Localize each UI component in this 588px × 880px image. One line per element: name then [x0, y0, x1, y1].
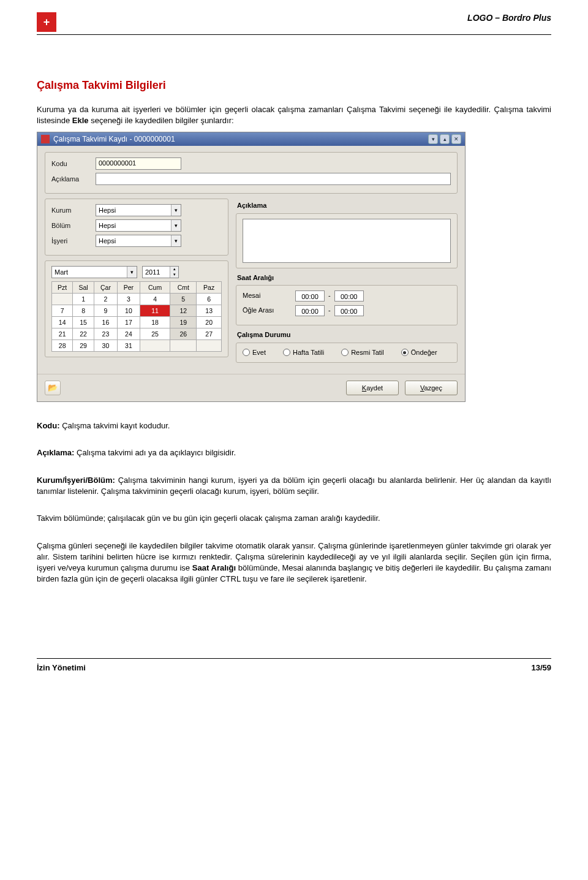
calendar-cell[interactable]: 3	[118, 294, 140, 305]
calendar-day-header: Cmt	[170, 282, 197, 294]
footer-left: İzin Yönetimi	[37, 662, 86, 673]
calendar-cell[interactable]: 26	[170, 328, 197, 340]
logo-icon: +	[37, 12, 56, 32]
radio-icon	[401, 349, 409, 356]
page-header: + LOGO – Bordro Plus	[37, 12, 551, 35]
right-aciklama-textarea[interactable]	[243, 219, 451, 263]
def-aciklama-text: Çalışma takvimi adı ya da açıklayıcı bil…	[74, 448, 236, 457]
def-kodu-label: Kodu:	[37, 421, 60, 430]
kodu-input[interactable]: 0000000001	[96, 157, 181, 170]
window-titlebar[interactable]: Çalışma Takvimi Kaydı - 0000000001 ▾ ▴ ✕	[37, 132, 465, 146]
ogle-start-input[interactable]: 00:00	[295, 305, 325, 316]
ogle-label: Öğle Arası	[243, 306, 292, 315]
calendar-cell[interactable]: 15	[73, 317, 94, 328]
kurum-label: Kurum	[51, 206, 91, 215]
para-last-bold: Saat Aralığı	[192, 563, 236, 572]
spin-down-icon[interactable]: ▾	[170, 272, 178, 278]
calendar-cell[interactable]: 20	[197, 317, 222, 328]
chevron-down-icon[interactable]: ▾	[127, 267, 137, 278]
calendar-cell[interactable]: 14	[52, 317, 73, 328]
calendar-cell[interactable]: 11	[140, 305, 170, 317]
calendar-cell[interactable]: 18	[140, 317, 170, 328]
mesai-start-input[interactable]: 00:00	[295, 290, 325, 302]
aciklama-input[interactable]	[96, 173, 451, 185]
calendar-cell[interactable]: 7	[52, 305, 73, 317]
calendar-day-header: Per	[118, 282, 140, 294]
save-button[interactable]: Kaydet	[346, 381, 399, 395]
calendar-cell[interactable]: 19	[170, 317, 197, 328]
calendar-cell[interactable]: 13	[197, 305, 222, 317]
section-title: Çalışma Takvimi Bilgileri	[37, 78, 551, 93]
calendar-cell	[52, 294, 73, 305]
calendar-cell[interactable]: 31	[118, 340, 140, 352]
open-icon[interactable]: 📂	[45, 381, 61, 395]
minimize-button[interactable]: ▾	[428, 134, 438, 144]
calendar-cell[interactable]: 2	[94, 294, 117, 305]
intro-tail: seçeneği ile kaydedilen bilgiler şunlard…	[89, 116, 234, 125]
calendar-cell[interactable]: 27	[197, 328, 222, 340]
radio-hafta-tatili[interactable]: Hafta Tatili	[283, 348, 324, 357]
calendar-day-header: Cum	[140, 282, 170, 294]
window-app-icon	[41, 135, 50, 143]
header-group: Kodu 0000000001 Açıklama	[45, 152, 458, 194]
radio-label: Hafta Tatili	[293, 348, 324, 357]
calendar-cell[interactable]: 1	[73, 294, 94, 305]
radio-icon	[243, 349, 250, 356]
chevron-down-icon[interactable]: ▾	[171, 220, 181, 231]
close-button[interactable]: ✕	[451, 134, 461, 144]
month-value: Mart	[52, 268, 127, 277]
window-title: Çalışma Takvimi Kaydı - 0000000001	[53, 134, 175, 145]
ogle-end-input[interactable]: 00:00	[334, 305, 364, 316]
bolum-select[interactable]: Hepsi ▾	[96, 219, 181, 232]
radio-ondeger[interactable]: Öndeğer	[401, 348, 437, 357]
app-window: Çalışma Takvimi Kaydı - 0000000001 ▾ ▴ ✕…	[37, 132, 466, 402]
maximize-button[interactable]: ▴	[440, 134, 450, 144]
chevron-down-icon[interactable]: ▾	[171, 235, 181, 246]
calendar-cell[interactable]: 21	[52, 328, 73, 340]
month-select[interactable]: Mart ▾	[51, 266, 137, 278]
calendar-cell[interactable]: 22	[73, 328, 94, 340]
calendar-cell[interactable]: 12	[170, 305, 197, 317]
calendar-cell[interactable]: 9	[94, 305, 117, 317]
calendar-cell[interactable]: 5	[170, 294, 197, 305]
footer-right: 13/59	[531, 662, 551, 673]
saat-araligi-label: Saat Aralığı	[237, 273, 458, 283]
radio-evet[interactable]: Evet	[243, 348, 266, 357]
chevron-down-icon[interactable]: ▾	[171, 205, 181, 216]
calendar-cell[interactable]: 24	[118, 328, 140, 340]
kurum-select[interactable]: Hepsi ▾	[96, 204, 181, 216]
def-kodu: Kodu: Çalışma takvimi kayıt kodudur.	[37, 420, 551, 431]
calendar-cell[interactable]: 29	[73, 340, 94, 352]
right-aciklama-group	[236, 213, 458, 268]
calendar-cell[interactable]: 25	[140, 328, 170, 340]
calendar-cell	[140, 340, 170, 352]
calendar-day-header: Pzt	[52, 282, 73, 294]
mesai-end-input[interactable]: 00:00	[334, 290, 364, 302]
calendar-cell[interactable]: 17	[118, 317, 140, 328]
calisma-durumu-label: Çalışma Durumu	[237, 330, 458, 339]
isyeri-label: İşyeri	[51, 237, 91, 246]
isyeri-select[interactable]: Hepsi ▾	[96, 235, 181, 247]
calendar-cell[interactable]: 30	[94, 340, 117, 352]
calendar-cell[interactable]: 16	[94, 317, 117, 328]
radio-label: Resmi Tatil	[351, 348, 384, 357]
calendar-cell[interactable]: 4	[140, 294, 170, 305]
para-last: Çalışma günleri seçeneği ile kaydedilen …	[37, 541, 551, 585]
dash: -	[328, 306, 331, 315]
mesai-label: Mesai	[243, 291, 292, 300]
calendar-cell[interactable]: 23	[94, 328, 117, 340]
year-spinner[interactable]: 2011 ▴ ▾	[142, 266, 179, 278]
cancel-button[interactable]: Vazgeç	[405, 381, 458, 395]
radio-resmi-tatil[interactable]: Resmi Tatil	[341, 348, 384, 357]
window-body: Kodu 0000000001 Açıklama Kurum Hepsi ▾	[37, 146, 465, 374]
calendar-cell[interactable]: 28	[52, 340, 73, 352]
para-takvim: Takvim bölümünde; çalışılacak gün ve bu …	[37, 513, 551, 524]
calendar-cell[interactable]: 6	[197, 294, 222, 305]
spin-up-icon[interactable]: ▴	[170, 267, 178, 272]
radio-label: Evet	[252, 348, 266, 357]
calendar-cell[interactable]: 10	[118, 305, 140, 317]
right-aciklama-label: Açıklama	[237, 201, 458, 210]
calendar-table[interactable]: PztSalÇarPerCumCmtPaz 123456789101112131…	[51, 281, 222, 352]
def-aciklama-label: Açıklama:	[37, 448, 74, 457]
calendar-cell[interactable]: 8	[73, 305, 94, 317]
